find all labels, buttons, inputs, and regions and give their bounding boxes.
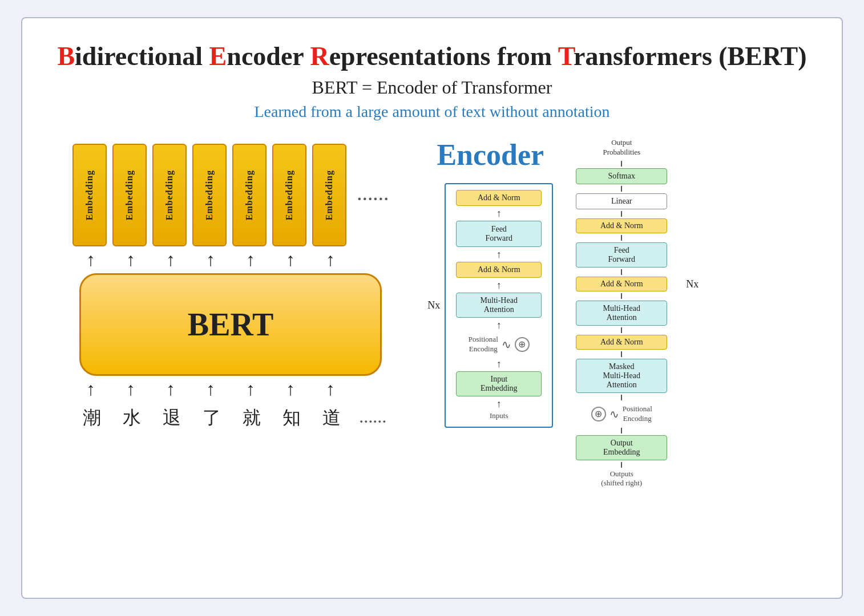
transformer-nx: Nx	[686, 278, 699, 290]
main-title: Bidirectional Encoder Representations fr…	[56, 41, 808, 71]
transformer-wave: ∿	[609, 407, 619, 421]
arrow-3: ↑	[154, 249, 188, 270]
embedding-6: Embedding	[272, 144, 306, 246]
transformer-multi-head: Multi-HeadAttention	[576, 301, 667, 326]
input-arrows-row: ↑ ↑ ↑ ↑ ↑ ↑ ↑	[74, 379, 387, 400]
input-arrow-2: ↑	[114, 379, 148, 400]
encoder-input-embedding: InputEmbedding	[456, 371, 542, 396]
encoder-nx-label: Nx	[427, 299, 440, 311]
arrow-5: ↑	[233, 249, 268, 270]
transformer-diagram: OutputProbabilities Softmax Linear Add &…	[564, 138, 679, 488]
enc-arrow-1: ↑	[496, 208, 502, 218]
conn-7	[621, 327, 622, 333]
transformer-outputs-label: Outputs(shifted right)	[601, 469, 642, 489]
enc-arrow-3: ↑	[496, 280, 502, 290]
encoder-add-norm-top: Add & Norm	[456, 190, 542, 206]
chinese-3: 退	[155, 406, 189, 431]
arrow-1: ↑	[74, 249, 108, 270]
title-t: T	[558, 42, 574, 71]
learned-text: Learned from a large amount of text with…	[56, 103, 808, 121]
transformer-circle-plus: ⊕	[591, 407, 606, 422]
title-e-suffix: ncoder	[227, 42, 310, 71]
transformer-linear: Linear	[576, 193, 667, 209]
embedding-1: Embedding	[72, 144, 107, 246]
input-arrow-5: ↑	[233, 379, 268, 400]
encoder-feed-forward: FeedForward	[456, 221, 542, 247]
conn-4	[621, 235, 622, 241]
encoder-diagram-box: Add & Norm ↑ FeedForward ↑ Add & Norm ↑ …	[445, 183, 553, 428]
main-content: Embedding Embedding Embedding Embedding …	[56, 138, 808, 549]
output-prob-label: OutputProbabilities	[603, 138, 640, 157]
arrow-4: ↑	[193, 249, 228, 270]
embedding-3: Embedding	[152, 144, 187, 246]
chinese-2: 水	[115, 406, 149, 431]
chinese-5: 就	[235, 406, 269, 431]
encoder-inputs-label: Inputs	[490, 411, 508, 421]
conn-10	[621, 428, 622, 433]
encoder-add-norm-bottom: Add & Norm	[456, 262, 542, 278]
encoder-title: Encoder	[437, 138, 544, 172]
chinese-ellipsis: ……	[359, 411, 386, 426]
conn-1	[621, 161, 622, 167]
title-b: B	[57, 42, 75, 71]
arrow-6: ↑	[273, 249, 308, 270]
conn-8	[621, 351, 622, 357]
enc-arrow-4: ↑	[496, 320, 502, 330]
bert-box: BERT	[79, 273, 382, 376]
input-arrow-3: ↑	[154, 379, 188, 400]
chinese-row: 潮 水 退 了 就 知 道 ……	[75, 406, 386, 431]
encoder-wave: ∿	[502, 338, 511, 351]
transformer-softmax: Softmax	[576, 168, 667, 184]
embedding-4: Embedding	[192, 144, 227, 246]
input-arrow-1: ↑	[74, 379, 108, 400]
transformer-masked: MaskedMulti-HeadAttention	[576, 359, 667, 393]
right-section: Encoder Nx Add & Norm ↑ FeedForward ↑ Ad…	[427, 138, 808, 549]
conn-9	[621, 395, 622, 400]
conn-2	[621, 186, 622, 192]
embeddings-row: Embedding Embedding Embedding Embedding …	[72, 144, 389, 246]
chinese-1: 潮	[75, 406, 109, 431]
conn-3	[621, 211, 622, 217]
input-arrow-4: ↑	[193, 379, 228, 400]
transformer-add-norm-1: Add & Norm	[576, 218, 667, 233]
embedding-2: Embedding	[112, 144, 147, 246]
enc-arrow-2: ↑	[496, 249, 502, 260]
transformer-add-norm-3: Add & Norm	[576, 335, 667, 350]
conn-11	[621, 462, 622, 468]
encoder-pos-label: PositionalEncoding	[469, 335, 498, 354]
enc-arrow-5: ↑	[496, 359, 502, 369]
transformer-pos-enc: ⊕ ∿ PositionalEncoding	[591, 404, 652, 424]
conn-5	[621, 269, 622, 275]
arrow-7: ↑	[313, 249, 348, 270]
title-t-suffix: ransformers (BERT)	[574, 42, 806, 71]
up-arrows-row: ↑ ↑ ↑ ↑ ↑ ↑ ↑	[74, 249, 387, 270]
left-section: Embedding Embedding Embedding Embedding …	[56, 138, 405, 549]
chinese-6: 知	[274, 406, 309, 431]
embedding-ellipsis: ……	[357, 186, 389, 204]
encoder-circle-plus: ⊕	[515, 337, 530, 352]
input-arrow-6: ↑	[273, 379, 308, 400]
transformer-pos-label: PositionalEncoding	[623, 404, 652, 424]
embedding-5: Embedding	[232, 144, 267, 246]
transformer-output-embedding: OutputEmbedding	[576, 435, 667, 460]
title-r-suffix: epresentations from	[329, 42, 558, 71]
chinese-4: 了	[195, 406, 229, 431]
transformer-add-norm-2: Add & Norm	[576, 277, 667, 291]
title-b-suffix: idirectional	[75, 42, 209, 71]
title-r: R	[310, 42, 329, 71]
enc-arrow-6: ↑	[496, 399, 502, 409]
transformer-feed-forward: FeedForward	[576, 242, 667, 268]
subtitle: BERT = Encoder of Transformer	[56, 77, 808, 98]
input-arrow-7: ↑	[313, 379, 348, 400]
bert-label: BERT	[188, 306, 274, 343]
conn-6	[621, 293, 622, 299]
title-e: E	[209, 42, 227, 71]
slide: Bidirectional Encoder Representations fr…	[21, 17, 843, 599]
chinese-7: 道	[314, 406, 349, 431]
encoder-pos-enc-row: PositionalEncoding ∿ ⊕	[469, 335, 530, 354]
embedding-7: Embedding	[312, 144, 346, 246]
arrow-2: ↑	[114, 249, 148, 270]
encoder-multi-head: Multi-HeadAttention	[456, 293, 542, 318]
